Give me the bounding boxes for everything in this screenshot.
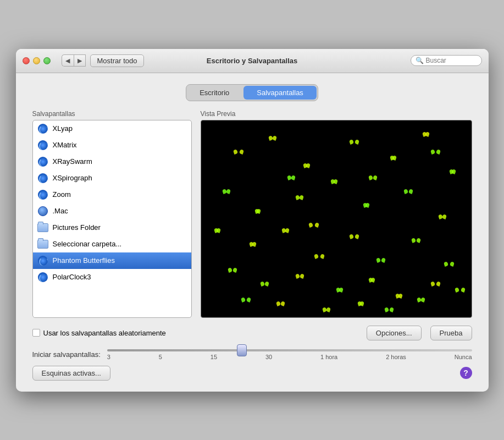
spiral-icon — [37, 123, 48, 134]
footer-row: Esquinas activas... ? — [32, 366, 472, 381]
butterfly — [336, 288, 344, 293]
window-title: Escritorio y Salvapantallas — [207, 57, 297, 65]
tab-escritorio[interactable]: Escritorio — [186, 85, 242, 101]
test-button[interactable]: Prueba — [430, 326, 472, 340]
slider-ticks: 3515301 hora2 horasNunca — [107, 354, 472, 360]
butterfly — [404, 189, 413, 196]
corners-button[interactable]: Esquinas activas... — [32, 366, 110, 381]
spiral-icon — [37, 173, 48, 184]
tick-label: 30 — [265, 354, 272, 360]
tick-label: Nunca — [455, 354, 472, 360]
list-item[interactable]: Phantom Butterflies — [33, 252, 191, 269]
butterfly — [255, 209, 261, 213]
butterfly — [396, 294, 402, 298]
search-input[interactable] — [426, 57, 477, 64]
list-item-label: Seleccionar carpeta... — [53, 240, 122, 248]
butterfly — [269, 136, 276, 141]
minimize-button[interactable] — [33, 57, 40, 64]
list-item-label: XRaySwarm — [53, 157, 92, 166]
search-box[interactable]: 🔍 — [411, 55, 482, 66]
butterfly — [431, 282, 440, 288]
folder-icon — [37, 239, 48, 250]
butterfly — [241, 298, 250, 304]
back-button[interactable]: ◀ — [62, 54, 74, 67]
list-item[interactable]: XLyap — [33, 120, 191, 137]
butterfly — [423, 132, 429, 136]
butterfly — [385, 307, 394, 314]
tick-label: 5 — [159, 354, 162, 360]
nav-controls: ◀ ▶ Mostrar todo — [62, 54, 145, 67]
list-item-label: Zoom — [53, 190, 71, 199]
list-item-label: Pictures Folder — [53, 223, 101, 232]
show-all-button[interactable]: Mostrar todo — [90, 54, 145, 67]
main-panel: Salvapantallas XLyapXMatrixXRaySwarmXSpi… — [32, 110, 472, 318]
butterfly — [331, 179, 337, 184]
butterfly — [376, 258, 385, 264]
butterfly — [455, 288, 465, 294]
forward-button[interactable]: ▶ — [74, 54, 86, 67]
tab-container: Escritorio Salvapantallas — [186, 84, 318, 101]
list-container: XLyapXMatrixXRaySwarmXSpirographZoom.Mac… — [32, 120, 192, 318]
butterfly — [444, 262, 454, 269]
butterfly — [296, 274, 304, 280]
butterfly — [303, 163, 310, 168]
search-icon: 🔍 — [416, 57, 424, 64]
main-window: ◀ ▶ Mostrar todo Escritorio y Salvapanta… — [16, 49, 489, 392]
close-button[interactable] — [23, 57, 30, 64]
butterfly — [296, 195, 303, 201]
slider-thumb[interactable] — [237, 344, 247, 356]
butterfly — [412, 238, 420, 244]
list-item[interactable]: Pictures Folder — [33, 219, 191, 236]
maximize-button[interactable] — [43, 57, 51, 64]
tick-label: 15 — [211, 354, 217, 360]
list-item-label: .Mac — [53, 207, 68, 215]
spiral-icon — [37, 255, 48, 266]
butterfly — [363, 203, 369, 207]
content-area: Escritorio Salvapantallas Salvapantallas… — [16, 73, 489, 392]
list-item[interactable]: PolarClock3 — [33, 269, 191, 285]
random-label: Usar los salvapantallas aleatoriamente — [43, 329, 166, 337]
list-item-label: XMatrix — [53, 141, 77, 149]
tab-salvapantallas[interactable]: Salvapantallas — [243, 86, 317, 100]
bottom-controls: Usar los salvapantallas aleatoriamente O… — [32, 326, 472, 381]
list-header: Salvapantallas — [32, 110, 192, 118]
slider-label: Iniciar salvapantallas: — [32, 350, 101, 359]
butterfly — [350, 140, 359, 146]
tick-label: 2 horas — [386, 354, 406, 360]
butterfly — [450, 169, 456, 174]
list-item[interactable]: XSpirograph — [33, 170, 191, 186]
butterfly — [417, 298, 425, 303]
random-checkbox[interactable] — [32, 329, 40, 337]
butterfly — [439, 215, 446, 220]
spiral-icon — [37, 189, 48, 200]
spiral-icon — [37, 272, 48, 283]
globe-icon — [37, 206, 48, 217]
butterfly — [276, 301, 285, 307]
list-panel: Salvapantallas XLyapXMatrixXRaySwarmXSpi… — [32, 110, 192, 318]
list-item[interactable]: XRaySwarm — [33, 153, 191, 170]
butterfly — [350, 234, 359, 241]
screensaver-list[interactable]: XLyapXMatrixXRaySwarmXSpirographZoom.Mac… — [33, 120, 191, 317]
butterfly — [323, 307, 330, 313]
list-item[interactable]: Zoom — [33, 186, 191, 203]
slider-container: 3515301 hora2 horasNunca — [107, 349, 472, 360]
butterfly — [369, 175, 378, 182]
list-item[interactable]: Seleccionar carpeta... — [33, 236, 191, 252]
butterfly — [369, 278, 375, 282]
list-item[interactable]: .Mac — [33, 203, 191, 219]
butterfly — [390, 156, 396, 160]
list-item[interactable]: XMatrix — [33, 137, 191, 153]
butterfly — [214, 228, 220, 233]
folder-icon — [37, 222, 48, 233]
help-button[interactable]: ? — [460, 367, 472, 379]
tick-label: 3 — [107, 354, 110, 360]
list-item-label: Phantom Butterflies — [53, 256, 115, 265]
butterfly — [228, 268, 237, 274]
random-checkbox-label[interactable]: Usar los salvapantallas aleatoriamente — [32, 329, 166, 337]
butterfly — [234, 150, 243, 157]
tabs: Escritorio Salvapantallas — [32, 84, 472, 101]
options-button[interactable]: Opciones... — [367, 326, 422, 340]
spiral-icon — [37, 156, 48, 167]
slider-row: Iniciar salvapantallas: 3515301 hora2 ho… — [32, 349, 472, 360]
list-item-label: XSpirograph — [53, 174, 92, 182]
